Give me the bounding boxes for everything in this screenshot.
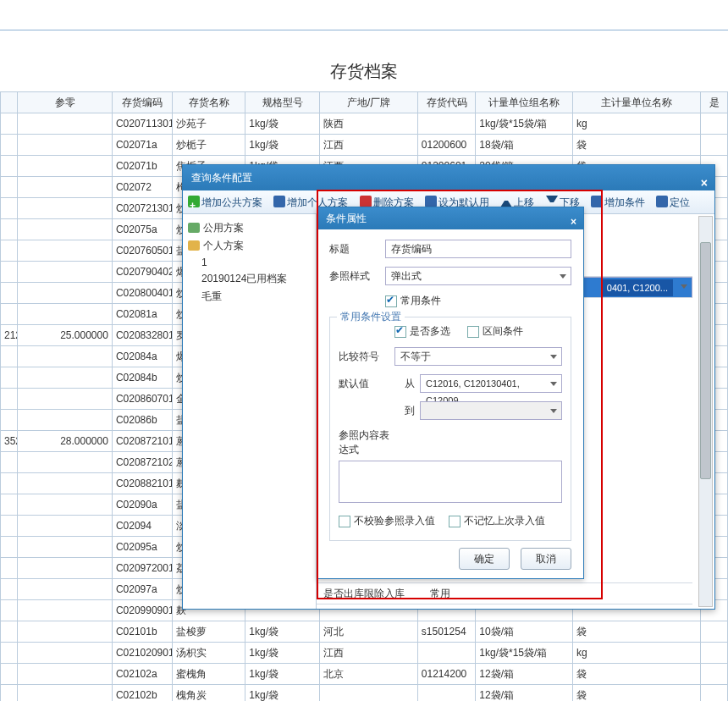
cell: C02094 — [112, 516, 173, 537]
cell — [18, 473, 112, 494]
cell: 袋 — [572, 664, 700, 685]
cell: C021020901 — [112, 643, 173, 664]
default-from-select[interactable]: C12016, C120130401, C12009… — [420, 374, 562, 393]
common-settings-fieldset: 常用条件设置 是否多选 区间条件 比较符号 不等于 默认值 从 C12016, … — [329, 317, 571, 541]
cell: 袋 — [572, 135, 700, 156]
delete-icon — [360, 196, 372, 207]
cell — [1, 685, 18, 702]
arrow-down-icon — [546, 196, 558, 207]
cell — [701, 664, 728, 685]
dialog-title-bar[interactable]: 查询条件配置 × — [183, 165, 714, 190]
tree-node[interactable]: 20190124已用档案 — [186, 270, 312, 288]
cell — [417, 685, 476, 702]
cell: 12袋/箱 — [476, 664, 573, 685]
cell — [701, 135, 728, 156]
ok-button[interactable]: 确定 — [459, 548, 510, 570]
column-header[interactable]: 产地/厂牌 — [320, 92, 418, 113]
cell: C02097a — [112, 579, 173, 600]
cell — [18, 113, 112, 135]
common-condition-checkbox[interactable] — [385, 295, 397, 307]
tree-node-personal[interactable]: 个人方案 — [186, 237, 312, 255]
cell: C02075a — [112, 219, 173, 240]
cell — [1, 346, 18, 367]
refstyle-select[interactable]: 弹出式 — [385, 267, 571, 285]
default-to-select[interactable] — [420, 401, 562, 420]
expression-textarea[interactable] — [339, 461, 562, 503]
cell: kg — [572, 643, 700, 664]
cell: 1kg/袋 — [245, 135, 320, 156]
add-condition-button[interactable]: 增加条件 — [591, 190, 645, 214]
cell: 01214200 — [417, 664, 476, 685]
noremember-checkbox[interactable] — [449, 516, 461, 527]
locate-button[interactable]: 定位 — [656, 190, 690, 214]
cell: C020990901 — [112, 600, 173, 621]
tree-node-public[interactable]: 公用方案 — [186, 219, 312, 237]
cell — [18, 664, 112, 685]
cell — [18, 389, 112, 410]
cell — [1, 177, 18, 198]
cell: C02081a — [112, 304, 173, 325]
cell — [18, 537, 112, 558]
cell — [18, 177, 112, 198]
cell — [1, 262, 18, 283]
add-public-scheme-button[interactable]: 增加公共方案 — [188, 190, 262, 214]
table-row[interactable]: C02071a炒栀子1kg/袋江西0120060018袋/箱袋 — [1, 135, 728, 156]
column-header[interactable]: 存货名称 — [173, 92, 245, 113]
cell: C020882101 — [112, 473, 173, 494]
cell: 槐角炭 — [173, 685, 245, 702]
cell: C020872101 — [112, 431, 173, 452]
table-row[interactable]: C02102a蜜槐角1kg/袋北京0121420012袋/箱袋 — [1, 664, 728, 685]
label-from: 从 — [394, 377, 415, 391]
close-icon[interactable]: × — [701, 170, 708, 196]
condition-value-badge: 0401, C1200... — [602, 279, 673, 296]
locate-icon — [656, 196, 668, 207]
tree-node[interactable]: 1 — [186, 255, 312, 270]
close-icon[interactable]: × — [571, 211, 576, 233]
scrollbar-thumb[interactable] — [700, 242, 711, 479]
column-header[interactable] — [1, 92, 18, 113]
range-condition-checkbox[interactable] — [467, 326, 479, 338]
column-header[interactable]: 计量单位组名称 — [476, 92, 573, 113]
multi-select-checkbox[interactable] — [394, 326, 406, 338]
table-row[interactable]: C021020901汤枳实1kg/袋江西1kg/袋*15袋/箱kg — [1, 643, 728, 664]
scrollbar[interactable] — [698, 216, 713, 607]
condition-row[interactable]: 是否出库限除入库 常用 — [317, 583, 692, 604]
cell: 沙苑子 — [173, 113, 245, 135]
cell: 1kg/袋 — [245, 113, 320, 135]
column-header[interactable]: 是 — [701, 92, 728, 113]
column-header[interactable]: 参零 — [18, 92, 112, 113]
cell: C02084b — [112, 367, 173, 389]
scheme-tree[interactable]: 公用方案 个人方案 1 20190124已用档案 毛重 — [183, 214, 317, 609]
cell — [18, 410, 112, 431]
cell: C020711301 — [112, 113, 173, 135]
tree-node[interactable]: 毛重 — [186, 288, 312, 306]
column-header[interactable]: 主计量单位名称 — [572, 92, 700, 113]
cell: 北京 — [320, 664, 418, 685]
cell — [18, 346, 112, 367]
novalidate-checkbox[interactable] — [339, 516, 350, 527]
title-input[interactable]: 存货编码 — [385, 240, 571, 258]
column-header[interactable]: 存货代码 — [417, 92, 476, 113]
cancel-button[interactable]: 取消 — [521, 548, 571, 570]
cell — [1, 367, 18, 389]
fieldset-legend: 常用条件设置 — [337, 310, 405, 324]
table-row[interactable]: C02102b槐角炭1kg/袋12袋/箱袋 — [1, 685, 728, 702]
cell — [1, 304, 18, 325]
cell — [701, 685, 728, 702]
cell — [18, 240, 112, 262]
cell — [1, 473, 18, 494]
table-row[interactable]: C020711301沙苑子1kg/袋陕西1kg/袋*15袋/箱kg — [1, 113, 728, 135]
cell: C020800401 — [112, 283, 173, 304]
cell — [701, 643, 728, 664]
cell: 352 — [1, 431, 18, 452]
cell: kg — [572, 113, 700, 135]
cell: 1kg/袋*15袋/箱 — [476, 113, 573, 135]
cell: 12袋/箱 — [476, 685, 573, 702]
column-header[interactable]: 规格型号 — [245, 92, 320, 113]
compare-select[interactable]: 不等于 — [394, 347, 562, 366]
page-title: 存货档案 — [0, 30, 728, 91]
cell — [18, 621, 112, 643]
table-row[interactable]: C02101b盐梭萝1kg/袋河北s150125410袋/箱袋 — [1, 621, 728, 643]
column-header[interactable]: 存货编码 — [112, 92, 173, 113]
dialog-title-bar[interactable]: 条件属性 × — [317, 207, 583, 229]
